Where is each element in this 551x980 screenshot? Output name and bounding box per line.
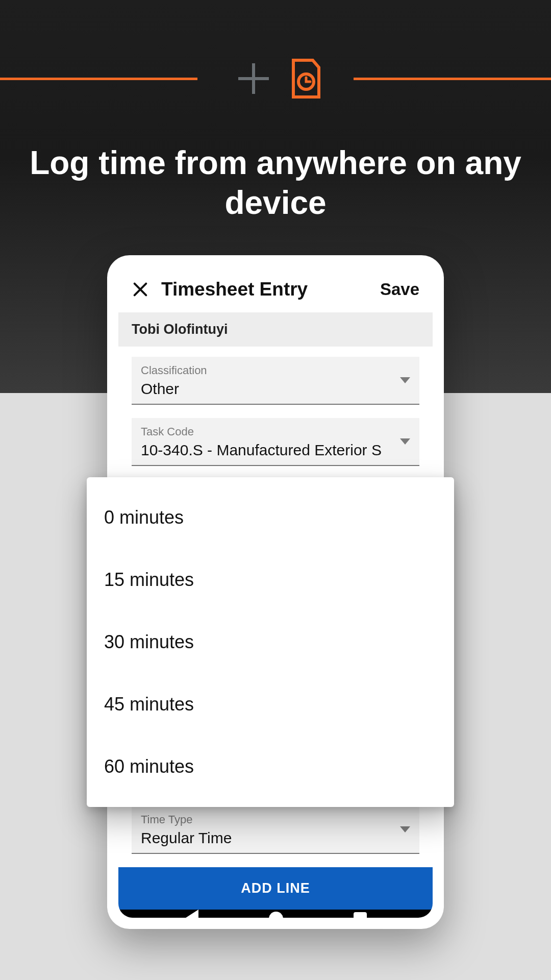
classification-value: Other	[141, 380, 410, 398]
hero-headline: Log time from anywhere on any device	[28, 143, 523, 223]
nav-back-icon[interactable]	[184, 910, 198, 918]
classification-label: Classification	[141, 364, 410, 377]
dropdown-option-0[interactable]: 0 minutes	[87, 486, 454, 549]
dropdown-option-30[interactable]: 30 minutes	[87, 611, 454, 673]
divider-left	[0, 78, 197, 80]
chevron-down-icon	[400, 377, 410, 383]
minutes-dropdown: 0 minutes 15 minutes 30 minutes 45 minut…	[87, 477, 454, 807]
classification-select[interactable]: Classification Other	[132, 357, 419, 405]
hero-divider	[0, 77, 551, 81]
time-type-label: Time Type	[141, 813, 410, 826]
dropdown-option-45[interactable]: 45 minutes	[87, 673, 454, 736]
close-icon[interactable]	[132, 281, 149, 298]
divider-right	[354, 78, 551, 80]
task-code-label: Task Code	[141, 425, 410, 438]
page-title: Timesheet Entry	[161, 279, 368, 300]
dropdown-option-15[interactable]: 15 minutes	[87, 549, 454, 611]
plus-icon	[238, 63, 269, 94]
chevron-down-icon	[400, 438, 410, 445]
user-name-strip: Tobi Olofintuyi	[118, 312, 433, 347]
nav-recent-icon[interactable]	[354, 912, 367, 918]
dropdown-option-60[interactable]: 60 minutes	[87, 736, 454, 798]
save-button[interactable]: Save	[380, 280, 419, 299]
time-type-select[interactable]: Time Type Regular Time	[132, 806, 419, 854]
add-line-button[interactable]: ADD LINE	[118, 867, 433, 910]
appbar: Timesheet Entry Save	[118, 266, 433, 312]
time-type-value: Regular Time	[141, 829, 410, 847]
task-code-select[interactable]: Task Code 10-340.S - Manufactured Exteri…	[132, 418, 419, 466]
chevron-down-icon	[400, 826, 410, 832]
nav-home-icon[interactable]	[269, 912, 283, 918]
android-navbar	[118, 910, 433, 918]
document-clock-icon	[289, 58, 323, 99]
task-code-value: 10-340.S - Manufactured Exterior S	[141, 442, 410, 459]
